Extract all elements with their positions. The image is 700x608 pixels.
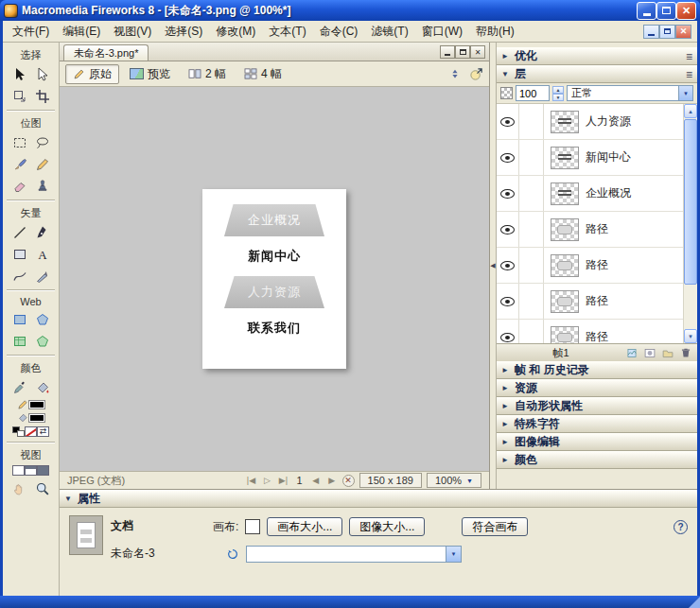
help-button[interactable]: ? bbox=[674, 520, 688, 534]
image-editing-panel-header[interactable]: ► 图像编辑 bbox=[497, 433, 697, 451]
layer-row[interactable]: 路径 bbox=[497, 248, 683, 284]
freeform-tool[interactable] bbox=[9, 265, 31, 287]
panel-splitter[interactable]: ◀ bbox=[490, 43, 497, 489]
two-up-view-button[interactable]: 2 幅 bbox=[181, 64, 234, 84]
hand-tool[interactable] bbox=[9, 478, 31, 499]
document-tab[interactable]: 未命名-3.png* bbox=[63, 44, 149, 61]
preview-view-button[interactable]: 预览 bbox=[122, 64, 178, 84]
resize-grip[interactable] bbox=[689, 597, 700, 608]
spin-up-icon[interactable]: ▲ bbox=[552, 86, 564, 94]
quick-export-icon[interactable] bbox=[469, 67, 483, 81]
scrollbar-thumb[interactable] bbox=[684, 119, 697, 285]
properties-panel-header[interactable]: ▼ 属性 bbox=[60, 490, 697, 508]
spin-down-icon[interactable]: ▼ bbox=[552, 94, 564, 101]
swap-colors-button[interactable]: ⇄ bbox=[37, 426, 49, 437]
fit-canvas-button[interactable]: 符合画布 bbox=[462, 517, 528, 536]
menu-view[interactable]: 视图(V) bbox=[107, 22, 158, 42]
image-size-button[interactable]: 图像大小... bbox=[349, 517, 425, 536]
menu-select[interactable]: 选择(S) bbox=[158, 22, 209, 42]
exit-bitmap-mode-button[interactable]: ✕ bbox=[342, 475, 355, 487]
menu-file[interactable]: 文件(F) bbox=[6, 22, 56, 42]
canvas-area[interactable]: 企业概况 新闻中心 人力资源 联系我们 bbox=[60, 87, 489, 471]
full-screen-mode-button[interactable] bbox=[37, 465, 49, 476]
slice-tool[interactable] bbox=[9, 330, 31, 352]
lasso-tool[interactable] bbox=[31, 131, 54, 153]
zoom-tool[interactable] bbox=[31, 478, 54, 499]
visibility-toggle[interactable] bbox=[497, 176, 519, 211]
layer-row[interactable]: 新闻中心 bbox=[497, 140, 683, 176]
scale-tool[interactable] bbox=[9, 85, 31, 107]
up-down-arrows-icon[interactable] bbox=[448, 67, 462, 80]
subselection-tool[interactable] bbox=[31, 63, 54, 85]
layer-row[interactable]: 企业概况 bbox=[497, 176, 683, 212]
add-mask-button[interactable] bbox=[642, 346, 657, 359]
paint-bucket-tool[interactable] bbox=[31, 376, 54, 398]
visibility-toggle[interactable] bbox=[497, 104, 519, 139]
crop-tool[interactable] bbox=[31, 85, 54, 107]
scroll-up-arrow[interactable]: ▲ bbox=[684, 104, 697, 118]
menu-modify[interactable]: 修改(M) bbox=[209, 22, 262, 42]
delete-layer-button[interactable] bbox=[678, 346, 693, 359]
close-button[interactable]: ✕ bbox=[676, 2, 696, 20]
doc-restore-button[interactable] bbox=[659, 25, 675, 39]
canvas-size-button[interactable]: 画布大小... bbox=[267, 517, 342, 536]
doc-minimize-button[interactable] bbox=[643, 25, 659, 39]
visibility-toggle[interactable] bbox=[497, 212, 519, 247]
marquee-tool[interactable] bbox=[9, 131, 31, 153]
stroke-color-well[interactable] bbox=[3, 399, 59, 410]
menu-help[interactable]: 帮助(H) bbox=[469, 22, 521, 42]
rubber-stamp-tool[interactable] bbox=[31, 175, 54, 197]
four-up-view-button[interactable]: 4 幅 bbox=[236, 64, 289, 84]
menu-filters[interactable]: 滤镜(T) bbox=[364, 22, 414, 42]
opacity-input[interactable] bbox=[516, 85, 550, 101]
next-frame-button[interactable]: ▶ bbox=[326, 476, 338, 485]
panel-menu-icon[interactable]: ≡ bbox=[686, 50, 692, 63]
nav-button-item[interactable]: 企业概况 bbox=[224, 204, 324, 236]
layer-row[interactable]: 路径 bbox=[497, 284, 683, 320]
layer-row[interactable]: 人力资源 bbox=[497, 104, 683, 140]
original-view-button[interactable]: 原始 bbox=[65, 64, 119, 84]
menu-window[interactable]: 窗口(W) bbox=[415, 22, 469, 42]
zoom-level-dropdown[interactable]: 100%▼ bbox=[427, 473, 481, 488]
maximize-button[interactable] bbox=[656, 2, 676, 20]
frames-history-panel-header[interactable]: ► 帧 和 历史记录 bbox=[497, 361, 697, 379]
no-color-button[interactable] bbox=[25, 426, 37, 437]
brush-tool[interactable] bbox=[9, 153, 31, 175]
visibility-toggle[interactable] bbox=[497, 140, 519, 175]
blend-mode-dropdown[interactable]: 正常 ▼ bbox=[567, 85, 693, 101]
autoshape-panel-header[interactable]: ► 自动形状属性 bbox=[497, 397, 697, 415]
eyedropper-tool[interactable] bbox=[9, 376, 31, 398]
menu-edit[interactable]: 编辑(E) bbox=[56, 22, 107, 42]
child-minimize-button[interactable] bbox=[440, 45, 455, 59]
stroke-color-swatch[interactable] bbox=[28, 400, 45, 409]
default-colors-button[interactable] bbox=[12, 426, 25, 437]
layers-panel-header[interactable]: ▼ 层 ≡ bbox=[497, 65, 697, 83]
pencil-tool[interactable] bbox=[31, 153, 54, 175]
child-close-button[interactable]: ✕ bbox=[470, 45, 485, 59]
new-layer-button[interactable] bbox=[660, 346, 675, 359]
menu-text[interactable]: 文本(T) bbox=[262, 22, 312, 42]
knife-tool[interactable] bbox=[31, 265, 54, 287]
last-frame-button[interactable]: ▶| bbox=[277, 476, 289, 485]
new-bitmap-button[interactable] bbox=[624, 346, 639, 359]
doc-close-button[interactable]: ✕ bbox=[675, 25, 691, 39]
canvas-color-swatch[interactable] bbox=[245, 519, 260, 534]
line-tool[interactable] bbox=[9, 221, 31, 243]
text-tool[interactable]: A bbox=[31, 243, 54, 265]
pen-tool[interactable] bbox=[31, 221, 54, 243]
visibility-toggle[interactable] bbox=[497, 284, 519, 319]
visibility-toggle[interactable] bbox=[497, 248, 519, 283]
previous-frame-button[interactable]: ◀ bbox=[310, 476, 322, 485]
scrollbar-track[interactable] bbox=[684, 118, 697, 329]
artboard[interactable]: 企业概况 新闻中心 人力资源 联系我们 bbox=[202, 189, 346, 369]
assets-panel-header[interactable]: ► 资源 bbox=[497, 379, 697, 397]
rectangle-tool[interactable] bbox=[9, 243, 31, 265]
full-screen-with-menus-button[interactable] bbox=[25, 465, 37, 476]
layers-scrollbar[interactable]: ▲ ▼ bbox=[683, 104, 697, 343]
minimize-button[interactable] bbox=[637, 2, 656, 20]
standard-screen-mode-button[interactable] bbox=[12, 465, 25, 476]
panel-menu-icon[interactable]: ≡ bbox=[686, 68, 692, 81]
collapse-arrow-icon[interactable]: ◀ bbox=[490, 262, 495, 269]
visibility-toggle[interactable] bbox=[497, 320, 519, 343]
fill-color-swatch[interactable] bbox=[28, 413, 45, 423]
